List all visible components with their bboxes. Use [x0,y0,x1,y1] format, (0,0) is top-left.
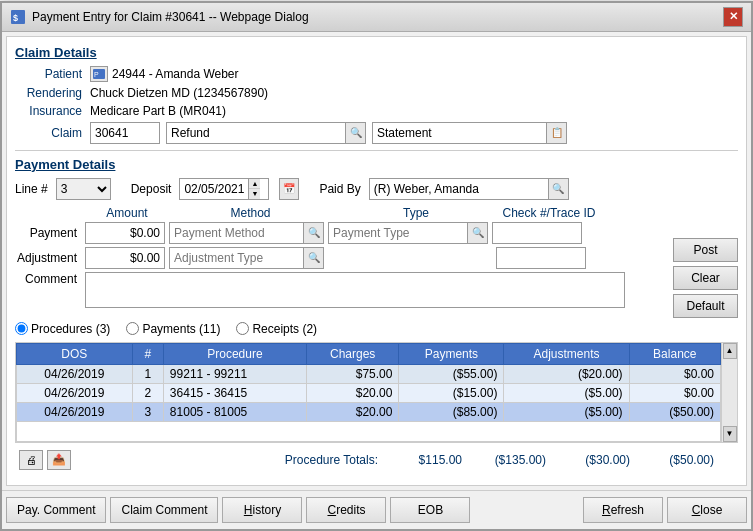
statement-input[interactable] [373,124,546,142]
claim-search-box: 🔍 [166,122,366,144]
cell-payments: ($15.00) [399,383,504,402]
title-bar: $ Payment Entry for Claim #30641 -- Webp… [2,3,751,32]
claim-row: Claim 🔍 📋 [15,122,738,144]
deposit-spin-up[interactable]: ▲ [249,179,260,190]
table-row[interactable]: 04/26/2019 3 81005 - 81005 $20.00 ($85.0… [17,402,721,421]
cell-charges: $20.00 [307,383,399,402]
receipts-radio-text: Receipts (2) [252,322,317,336]
payments-radio-label[interactable]: Payments (11) [126,322,220,336]
claim-search-input[interactable] [167,124,345,142]
pay-comment-button[interactable]: Pay. Comment [6,497,106,523]
adjustment-type-input[interactable] [170,249,303,267]
cell-adjustments: ($20.00) [504,364,629,383]
payment-fields: Payment 🔍 🔍 Adjus [15,222,661,312]
patient-row: Patient P 24944 - Amanda Weber [15,66,738,82]
deposit-calendar-btn[interactable]: 📅 [279,178,299,200]
paid-by-search-btn[interactable]: 🔍 [548,179,568,199]
rendering-row: Rendering Chuck Dietzen MD (1234567890) [15,86,738,100]
insurance-row: Insurance Medicare Part B (MR041) [15,104,738,118]
export-btn[interactable]: 📤 [47,450,71,470]
procedures-radio[interactable] [15,322,28,335]
amount-col-header: Amount [87,206,167,220]
claim-details-header: Claim Details [15,45,738,60]
payments-radio[interactable] [126,322,139,335]
eob-label: EOB [418,503,443,517]
deposit-spin-down[interactable]: ▼ [249,189,260,199]
receipts-radio[interactable] [236,322,249,335]
scroll-down-btn[interactable]: ▼ [723,426,737,442]
payment-grid-headers: Amount Method Type Check #/Trace ID [15,206,738,220]
rendering-label: Rendering [15,86,90,100]
statement-calendar-btn[interactable]: 📋 [546,123,566,143]
close-icon[interactable]: ✕ [723,7,743,27]
adjustment-type-search-btn[interactable]: 🔍 [303,248,323,268]
adjustment-check-input[interactable] [496,247,586,269]
table-row[interactable]: 04/26/2019 1 99211 - 99211 $75.00 ($55.0… [17,364,721,383]
deposit-date-input[interactable] [180,180,248,198]
svg-text:$: $ [13,13,18,23]
adjustment-amount-input[interactable] [85,247,165,269]
payments-radio-text: Payments (11) [142,322,220,336]
check-col-header: Check #/Trace ID [502,206,596,220]
paid-by-input[interactable] [370,180,548,198]
cell-procedure: 81005 - 81005 [163,402,306,421]
empty-row [17,421,721,441]
procedures-table-wrapper: DOS # Procedure Charges Payments Adjustm… [15,342,738,443]
payment-method-search-btn[interactable]: 🔍 [303,223,323,243]
dialog-icon: $ [10,9,26,25]
post-button[interactable]: Post [673,238,738,262]
payment-line: Payment 🔍 🔍 [15,222,661,244]
type-col-header: Type [334,206,498,220]
procedures-radio-label[interactable]: Procedures (3) [15,322,110,336]
payment-details-section: Payment Details Line # 3 1 2 Deposit ▲ ▼ [15,157,738,473]
claim-comment-label: Claim Comment [121,503,207,517]
payment-type-input[interactable] [329,224,467,242]
totals-charges: $115.00 [382,453,462,467]
col-adjustments: Adjustments [504,343,629,364]
patient-icon-btn[interactable]: P [90,66,108,82]
table-toolbar: 🖨 📤 [19,450,71,470]
refresh-button[interactable]: Refresh [583,497,663,523]
totals-label: Procedure Totals: [285,453,378,467]
procedures-table: DOS # Procedure Charges Payments Adjustm… [16,343,721,442]
refresh-label: Refresh [602,503,644,517]
totals-row: 🖨 📤 Procedure Totals: $115.00 ($135.00) … [15,447,738,473]
claim-comment-button[interactable]: Claim Comment [110,497,218,523]
cell-balance: $0.00 [629,383,720,402]
comment-row: Comment [15,272,661,308]
receipts-radio-label[interactable]: Receipts (2) [236,322,317,336]
history-button[interactable]: History [222,497,302,523]
adjustment-type-box: 🔍 [169,247,324,269]
claim-number-input[interactable] [90,122,160,144]
comment-textarea[interactable] [85,272,625,308]
payment-details-header: Payment Details [15,157,738,172]
payment-row-label: Payment [15,226,85,240]
payment-check-input[interactable] [492,222,582,244]
cell-payments: ($55.00) [399,364,504,383]
cell-adjustments: ($5.00) [504,383,629,402]
print-btn[interactable]: 🖨 [19,450,43,470]
col-charges: Charges [307,343,399,364]
payment-type-search-btn[interactable]: 🔍 [467,223,487,243]
scroll-up-btn[interactable]: ▲ [723,343,737,359]
patient-value: 24944 - Amanda Weber [112,67,239,81]
close-button[interactable]: Close [667,497,747,523]
pay-comment-label: Pay. Comment [17,503,95,517]
eob-button[interactable]: EOB [390,497,470,523]
cell-num: 1 [132,364,163,383]
table-scrollbar[interactable]: ▲ ▼ [721,343,737,442]
default-button[interactable]: Default [673,294,738,318]
patient-label: Patient [15,67,90,81]
table-row[interactable]: 04/26/2019 2 36415 - 36415 $20.00 ($15.0… [17,383,721,402]
payment-method-input[interactable] [170,224,303,242]
credits-button[interactable]: Credits [306,497,386,523]
col-dos: DOS [17,343,133,364]
payment-type-box: 🔍 [328,222,488,244]
pd-row1: Line # 3 1 2 Deposit ▲ ▼ 📅 Paid By [15,178,738,200]
payment-amount-input[interactable] [85,222,165,244]
line-select[interactable]: 3 1 2 [56,178,111,200]
claim-search-btn[interactable]: 🔍 [345,123,365,143]
deposit-spin: ▲ ▼ [248,179,260,199]
close-label: Close [692,503,723,517]
clear-button[interactable]: Clear [673,266,738,290]
